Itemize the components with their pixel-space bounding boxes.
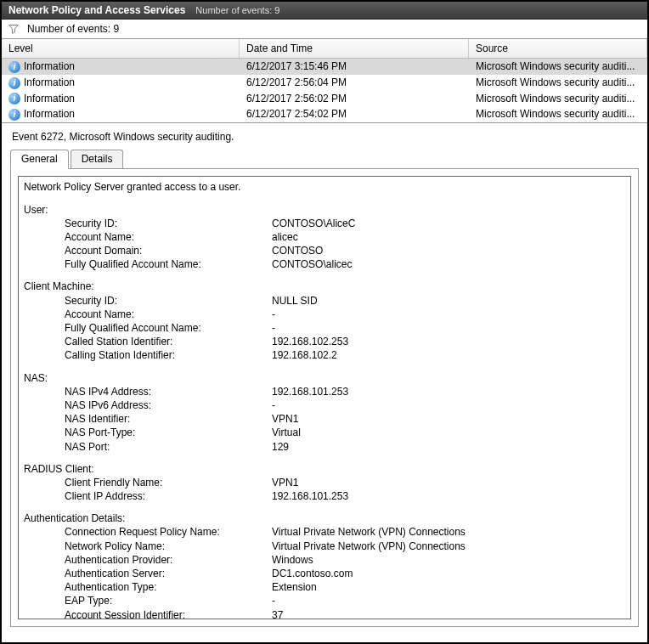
detail-key: NAS Port: [24,440,272,454]
detail-value: NULL SID [272,294,625,308]
filter-event-count: Number of events: 9 [27,23,119,35]
detail-key: Security ID: [24,294,272,308]
detail-value: 129 [272,440,625,454]
section-heading: User: [24,203,625,217]
detail-value: 37 [272,608,625,620]
detail-key: Authentication Provider: [24,553,272,567]
event-detail-panel: Event 6272, Microsoft Windows security a… [2,123,647,627]
detail-key: Network Policy Name: [24,539,272,553]
detail-value: Extension [272,580,625,594]
detail-key: Called Station Identifier: [24,335,272,348]
detail-row: Client IP Address:192.168.101.253 [24,489,625,503]
tab-general[interactable]: General [10,150,69,169]
cell-level: Information [24,60,75,72]
detail-row: Account Name:alicec [24,230,625,244]
detail-row: NAS Port-Type:Virtual [24,426,625,439]
detail-key: Connection Request Policy Name: [24,525,272,539]
table-row[interactable]: iInformation6/12/2017 2:54:02 PMMicrosof… [2,106,647,122]
tab-details[interactable]: Details [71,150,124,168]
table-row[interactable]: iInformation6/12/2017 2:56:02 PMMicrosof… [2,91,647,107]
cell-source: Microsoft Windows security auditi... [469,59,647,74]
detail-row: Calling Station Identifier:192.168.102.2 [24,348,625,362]
information-icon: i [8,93,20,105]
detail-value: CONTOSO\AliceC [272,217,625,230]
detail-row: Authentication Provider:Windows [24,553,625,567]
table-row[interactable]: iInformation6/12/2017 3:15:46 PMMicrosof… [2,59,647,75]
detail-value: Virtual [272,426,625,439]
header-level[interactable]: Level [2,39,240,58]
cell-date: 6/12/2017 2:54:02 PM [240,107,469,121]
detail-value: Windows [272,553,625,567]
detail-row: Account Domain:CONTOSO [24,244,625,257]
header-source[interactable]: Source [469,39,647,58]
detail-value: CONTOSO [272,244,625,257]
detail-value: - [272,321,625,335]
detail-row: Account Name:- [24,308,625,321]
cell-date: 6/12/2017 2:56:04 PM [240,76,469,90]
event-title: Event 6272, Microsoft Windows security a… [10,128,639,150]
detail-value: 192.168.102.2 [272,348,625,362]
title-bar: Network Policy and Access Services Numbe… [2,2,647,20]
detail-row: NAS Port:129 [24,440,625,454]
detail-key: EAP Type: [24,594,272,607]
cell-date: 6/12/2017 2:56:02 PM [240,92,469,106]
detail-key: Calling Station Identifier: [24,348,272,362]
detail-row: NAS IPv6 Address:- [24,398,625,412]
detail-key: Authentication Server: [24,567,272,580]
detail-value: - [272,398,625,412]
detail-row: Security ID:CONTOSO\AliceC [24,217,625,230]
detail-row: Connection Request Policy Name:Virtual P… [24,525,625,539]
detail-value: DC1.contoso.com [272,567,625,580]
detail-key: NAS IPv4 Address: [24,385,272,398]
detail-row: NAS Identifier:VPN1 [24,412,625,426]
cell-level: Information [24,108,75,120]
table-row[interactable]: iInformation6/12/2017 2:56:04 PMMicrosof… [2,75,647,91]
detail-row: Authentication Type:Extension [24,580,625,594]
section-heading: Client Machine: [24,280,625,293]
detail-row: NAS IPv4 Address:192.168.101.253 [24,385,625,398]
detail-value: CONTOSO\alicec [272,257,625,271]
detail-key: Account Domain: [24,244,272,257]
information-icon: i [8,61,20,73]
cell-level: Information [24,93,75,105]
detail-value: alicec [272,230,625,244]
detail-key: Security ID: [24,217,272,230]
detail-key: Client IP Address: [24,489,272,503]
information-icon: i [8,77,20,89]
detail-key: NAS IPv6 Address: [24,398,272,412]
detail-key: Client Friendly Name: [24,476,272,489]
section-heading: RADIUS Client: [24,462,625,476]
detail-body: Network Policy Server granted access to … [18,176,631,619]
cell-source: Microsoft Windows security auditi... [469,107,647,121]
detail-row: Fully Qualified Account Name:CONTOSO\ali… [24,257,625,271]
header-date[interactable]: Date and Time [240,39,469,58]
cell-level: Information [24,76,75,88]
cell-source: Microsoft Windows security auditi... [469,92,647,106]
event-grid: Level Date and Time Source iInformation6… [2,39,647,123]
detail-row: Fully Qualified Account Name:- [24,321,625,335]
detail-summary: Network Policy Server granted access to … [24,180,625,194]
detail-key: Account Name: [24,308,272,321]
detail-pane: Network Policy Server granted access to … [10,168,639,627]
cell-source: Microsoft Windows security auditi... [469,76,647,90]
detail-value: - [272,308,625,321]
detail-row: Called Station Identifier:192.168.102.25… [24,335,625,348]
detail-value: 192.168.101.253 [272,489,625,503]
detail-key: Authentication Type: [24,580,272,594]
section-heading: NAS: [24,371,625,385]
tab-strip: General Details [10,150,639,168]
detail-value: - [272,594,625,607]
detail-value: 192.168.101.253 [272,385,625,398]
detail-key: NAS Port-Type: [24,426,272,439]
grid-header: Level Date and Time Source [2,39,647,59]
detail-value: 192.168.102.253 [272,335,625,348]
detail-key: Account Name: [24,230,272,244]
detail-key: NAS Identifier: [24,412,272,426]
detail-row: Security ID:NULL SID [24,294,625,308]
detail-row: Network Policy Name:Virtual Private Netw… [24,539,625,553]
detail-key: Fully Qualified Account Name: [24,257,272,271]
filter-icon[interactable] [8,24,19,34]
cell-date: 6/12/2017 3:15:46 PM [240,59,469,74]
detail-row: Account Session Identifier:37 [24,608,625,620]
detail-value: Virtual Private Network (VPN) Connection… [272,525,625,539]
